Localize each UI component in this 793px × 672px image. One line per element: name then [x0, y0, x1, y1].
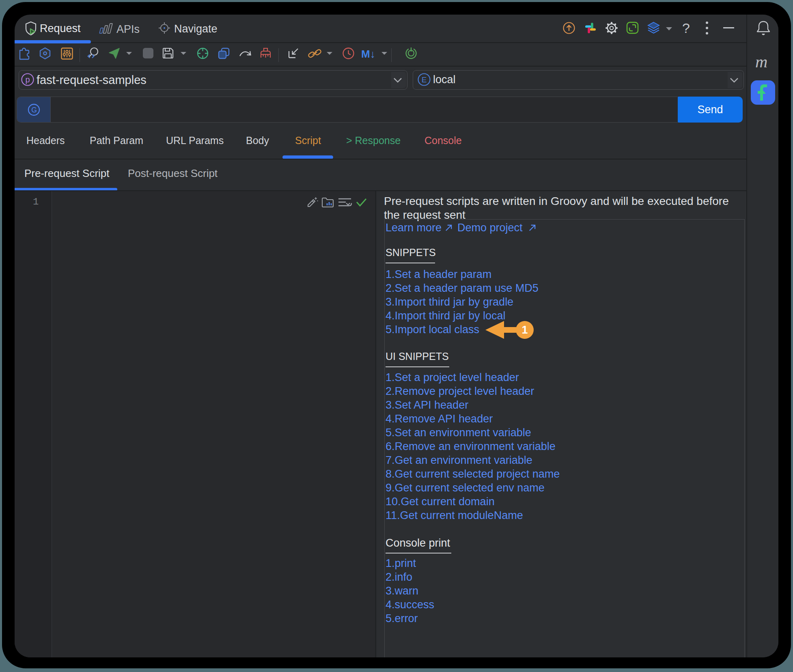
svg-text:1: 1 — [521, 324, 528, 336]
svg-text:p: p — [25, 75, 30, 84]
svg-text:G: G — [31, 106, 37, 114]
svg-text:E: E — [422, 75, 427, 84]
